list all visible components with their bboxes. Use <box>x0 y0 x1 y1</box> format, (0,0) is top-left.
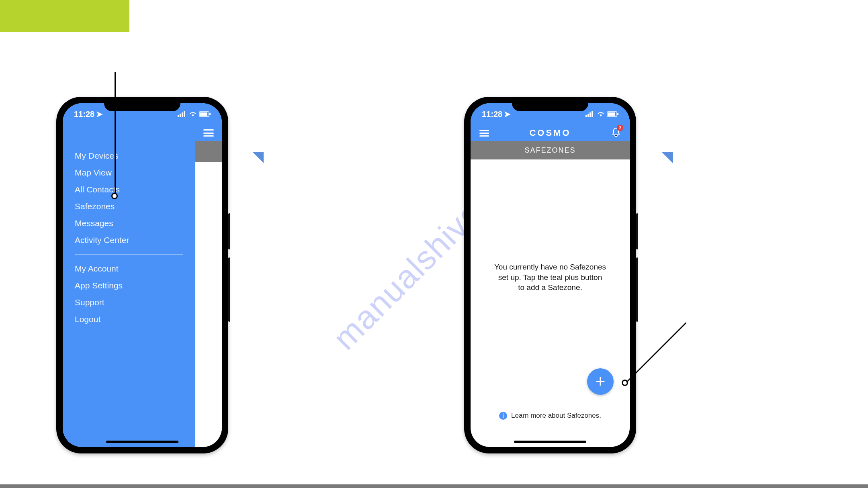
status-right-icons <box>585 111 618 117</box>
signal-icon <box>178 111 186 117</box>
svg-rect-9 <box>590 112 591 117</box>
svg-rect-13 <box>617 113 618 115</box>
menu-item-map-view[interactable]: Map View <box>75 164 183 181</box>
menu-item-my-devices[interactable]: My Devices <box>75 147 183 164</box>
footer-divider <box>0 484 868 488</box>
learn-more-label: Learn more about Safezones. <box>511 412 601 420</box>
learn-more-link[interactable]: i Learn more about Safezones. <box>471 412 630 420</box>
menu-item-messages[interactable]: Messages <box>75 215 183 232</box>
status-time: 11:28➤ <box>74 109 103 119</box>
notification-badge: 3 <box>617 125 623 131</box>
wifi-icon <box>189 111 197 117</box>
menu-item-my-account[interactable]: My Account <box>75 260 183 277</box>
home-indicator <box>514 441 586 443</box>
empty-line: set up. Tap the teal plus button <box>487 272 614 283</box>
phone-notch <box>512 97 588 111</box>
svg-rect-2 <box>182 112 183 117</box>
menu-divider <box>75 254 183 255</box>
menu-item-support[interactable]: Support <box>75 294 183 311</box>
menu-item-safezones[interactable]: Safezones <box>75 198 183 215</box>
peek-header <box>195 125 222 141</box>
phone-menu-mockup: 11:28➤ My Devices Map View All Contacts … <box>56 97 228 453</box>
menu-item-app-settings[interactable]: App Settings <box>75 277 183 294</box>
menu-button[interactable] <box>479 130 489 137</box>
svg-rect-3 <box>184 111 185 117</box>
menu-item-activity-center[interactable]: Activity Center <box>75 232 183 249</box>
menu-item-all-contacts[interactable]: All Contacts <box>75 181 183 198</box>
svg-rect-12 <box>608 112 615 116</box>
peek-section-bar <box>195 141 222 162</box>
callout-marker-safezones <box>111 193 118 199</box>
callout-line-safezones <box>115 72 116 193</box>
add-safezone-button[interactable]: + <box>587 368 614 395</box>
svg-rect-7 <box>585 115 587 117</box>
phone-safezones-mockup: 11:28➤ COSMO 3 SAFEZONES <box>464 97 636 453</box>
empty-line: to add a Safezone. <box>487 282 614 293</box>
step-arrow-icon <box>661 152 673 163</box>
page-peek <box>195 125 222 447</box>
brand-logo: COSMO <box>529 128 571 138</box>
svg-rect-1 <box>180 114 181 117</box>
empty-line: You currently have no Safezones <box>487 262 614 272</box>
notifications-button[interactable]: 3 <box>611 127 621 139</box>
svg-rect-0 <box>178 115 179 117</box>
menu-item-logout[interactable]: Logout <box>75 311 183 328</box>
home-indicator <box>106 441 178 443</box>
location-arrow-icon: ➤ <box>504 110 511 118</box>
svg-rect-8 <box>588 114 589 117</box>
battery-icon <box>199 111 211 117</box>
empty-state-text: You currently have no Safezones set up. … <box>471 262 630 293</box>
wifi-icon <box>597 111 605 117</box>
svg-rect-6 <box>209 113 211 115</box>
section-title: SAFEZONES <box>471 141 630 159</box>
plus-icon: + <box>596 372 606 391</box>
step-arrow-icon <box>252 152 264 163</box>
signal-icon <box>585 111 594 117</box>
battery-icon <box>607 111 618 117</box>
svg-rect-10 <box>592 111 593 117</box>
info-icon: i <box>499 412 507 420</box>
hamburger-icon <box>203 129 214 137</box>
header-accent-block <box>0 0 129 32</box>
svg-rect-5 <box>200 112 207 116</box>
status-right-icons <box>178 111 211 117</box>
side-menu: My Devices Map View All Contacts Safezon… <box>63 103 195 447</box>
phone-notch <box>104 97 180 111</box>
location-arrow-icon: ➤ <box>96 110 103 118</box>
status-time: 11:28➤ <box>482 109 511 119</box>
